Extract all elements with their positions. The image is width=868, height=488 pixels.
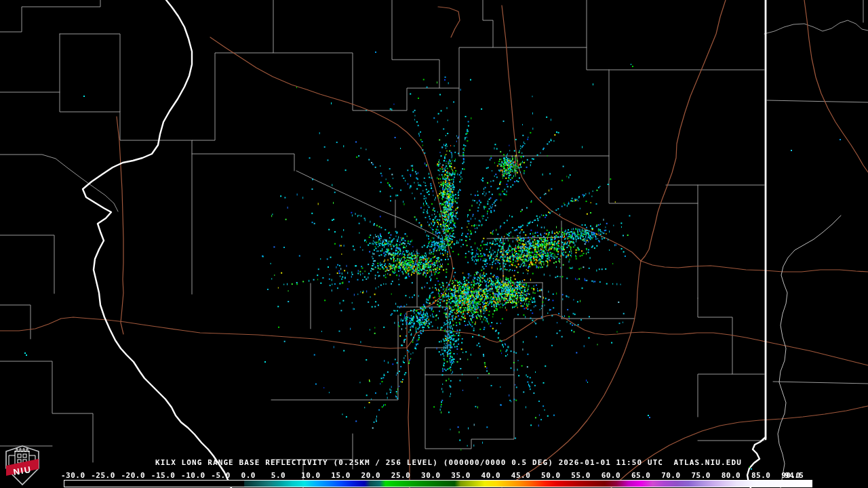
- reflectivity-colorbar: [64, 480, 812, 487]
- colorbar-tick-label: 94.5: [785, 471, 804, 480]
- colorbar-tick-label: -20.0: [121, 471, 146, 480]
- colorbar-tick-label: 60.0: [601, 471, 621, 480]
- colorbar-tick-label: 0.0: [241, 471, 256, 480]
- niu-logo: NIU: [0, 441, 47, 488]
- colorbar-tick-label: -30.0: [61, 471, 85, 480]
- colorbar-tick-label: -15.0: [151, 471, 176, 480]
- colorbar-tick-label: 65.0: [631, 471, 651, 480]
- colorbar-tick-label: 40.0: [481, 471, 501, 480]
- colorbar-tick-label: -5.0: [211, 471, 231, 480]
- colorbar-tick-label: 50.0: [541, 471, 561, 480]
- colorbar-tick-label: 75.0: [691, 471, 711, 480]
- colorbar-tick-label: 35.0: [451, 471, 471, 480]
- colorbar-tick-label: 20.0: [361, 471, 381, 480]
- colorbar-tick-label: -10.0: [181, 471, 205, 480]
- colorbar-tick-label: 15.0: [331, 471, 351, 480]
- colorbar-tick-label: 30.0: [421, 471, 441, 480]
- radar-display-screen: KILX LONG RANGE BASE REFLECTIVITY (0.25K…: [0, 0, 868, 488]
- colorbar-tick-label: 70.0: [661, 471, 681, 480]
- colorbar-tick-label: 80.0: [722, 471, 741, 480]
- colorbar-tick-label: 45.0: [511, 471, 531, 480]
- colorbar-tick-label: 5.0: [271, 471, 285, 480]
- radar-product-title: KILX LONG RANGE BASE REFLECTIVITY (0.25K…: [155, 458, 742, 467]
- colorbar-tick-labels: -30.0-25.0-20.0-15.0-10.0-5.00.05.010.01…: [0, 471, 868, 480]
- colorbar-tick-label: 10.0: [301, 471, 321, 480]
- colorbar-tick-label: 85.0: [751, 471, 771, 480]
- colorbar-tick-label: -25.0: [91, 471, 115, 480]
- colorbar-tick-label: 55.0: [571, 471, 591, 480]
- colorbar-tick-label: 25.0: [391, 471, 411, 480]
- reflectivity-echoes-layer: [0, 0, 868, 488]
